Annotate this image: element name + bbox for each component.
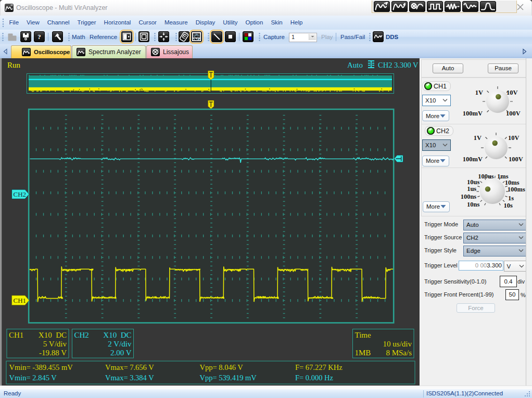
lissajous-tool-icon[interactable] <box>409 1 425 12</box>
ch1-more-button[interactable]: More <box>422 110 449 121</box>
tab-label: Lissajous <box>163 48 189 56</box>
trigger-source-select[interactable]: CH2 <box>463 233 527 243</box>
trigger-level-input[interactable]: 0 003.300 <box>459 261 503 271</box>
digital-tool-icon[interactable] <box>427 1 443 12</box>
menu-item-channel[interactable]: Channel <box>43 16 73 30</box>
run-status: Run <box>7 61 21 69</box>
trigger-sensitivity-label: Trigger Sensitivity(0-1.0) <box>424 278 486 285</box>
timebase-more-button[interactable]: More <box>423 201 450 212</box>
resize-grip-icon[interactable] <box>525 391 531 397</box>
panel-toggle-icon[interactable] <box>121 31 132 42</box>
toolbar-grip <box>175 32 178 42</box>
menu-item-trigger[interactable]: Trigger <box>73 16 100 30</box>
toolbar-separator <box>336 33 336 41</box>
ch2-name: CH2 <box>74 331 89 339</box>
capture-dropdown-icon[interactable] <box>309 34 316 40</box>
open-file-icon[interactable] <box>7 31 18 42</box>
ch1-measure-3: F= 67.227 KHz <box>295 363 343 371</box>
menu-item-skin[interactable]: Skin <box>267 16 286 30</box>
dot-draw-icon[interactable] <box>225 31 236 42</box>
toolbar-grip <box>258 32 261 42</box>
knob-indicator-dot <box>496 94 501 99</box>
status-message: Ready <box>4 390 21 396</box>
knob-scale-label: 100us <box>478 173 494 181</box>
ch1-scale: 5 V/div <box>43 340 67 348</box>
passfail-button[interactable]: Pass/Fail <box>340 30 365 44</box>
close-icon[interactable] <box>516 3 525 11</box>
menu-item-file[interactable]: File <box>5 16 23 30</box>
math-button[interactable]: Math <box>72 30 85 44</box>
channel-led-icon <box>424 82 432 90</box>
menu-item-help[interactable]: Help <box>286 16 307 30</box>
right-gutter <box>526 58 532 389</box>
trigger-style-select[interactable]: Edge <box>463 246 527 256</box>
ch1-probe-select[interactable]: X10 <box>422 95 451 106</box>
ch2-more-button[interactable]: More <box>422 156 449 166</box>
ch2-probe-select[interactable]: X10 <box>422 139 451 151</box>
oscilloscope-tool-icon[interactable] <box>374 1 390 12</box>
menu-item-view[interactable]: View <box>23 16 44 30</box>
trigger-front-label: Trigger Front Percent(1-99) <box>424 291 493 298</box>
menu-item-option[interactable]: Option <box>242 16 267 30</box>
line-draw-icon[interactable] <box>211 31 222 42</box>
save-icon[interactable] <box>20 31 31 42</box>
force-button[interactable]: Force <box>457 303 495 313</box>
menu-item-horizontal[interactable]: Horizontal <box>100 16 135 30</box>
knob-scale-label: 1us <box>467 185 476 193</box>
ch1-flag-label: CH1 <box>14 297 27 304</box>
oscilloscope-display[interactable]: RunAutoCH2 3.300 VCH2CH1CH1X10 DC5 V/div… <box>3 58 420 386</box>
help-icon[interactable]: ? <box>34 31 45 42</box>
more-label: More <box>426 158 439 164</box>
sweep-tool-icon[interactable] <box>462 1 478 12</box>
burst-tool-icon[interactable] <box>445 1 461 12</box>
trigger-level-unit-select[interactable]: V <box>504 261 527 272</box>
waveform-screen-icon[interactable] <box>191 31 202 42</box>
pause-button[interactable]: Pause <box>488 63 518 73</box>
color-settings-icon[interactable] <box>243 31 254 42</box>
menu-item-display[interactable]: Display <box>192 16 219 30</box>
tab-scroll-left-icon[interactable] <box>3 48 8 55</box>
filter-tool-icon[interactable] <box>480 1 496 12</box>
ch1-led-box: CH1 <box>422 81 451 91</box>
tab-spectrum-analyzer[interactable]: Spectrum Analyzer <box>72 45 146 58</box>
chevron-down-icon <box>519 265 524 268</box>
menu-item-utility[interactable]: Utility <box>219 16 242 30</box>
ch1-name: CH1 <box>9 331 23 339</box>
status-bar: Ready ISDS205A(1.1)(2)Connected <box>0 389 532 398</box>
auto-button[interactable]: Auto <box>433 63 463 73</box>
trigger-mode-select[interactable]: Auto <box>463 220 527 230</box>
trigger-level-label: Trigger Level <box>424 262 458 268</box>
spectrum-tool-icon[interactable] <box>391 1 408 12</box>
trigger-front-input[interactable]: 50 <box>505 289 519 300</box>
menu-item-cursor[interactable]: Cursor <box>135 16 161 30</box>
tab-scroll-right-icon[interactable] <box>522 48 527 55</box>
chevron-down-icon <box>442 99 448 102</box>
control-panel: AutoPauseCH1X10More1V10V100mV100VCH2X10M… <box>420 58 527 386</box>
trigger-sensitivity-input[interactable]: 0.4 <box>500 276 517 287</box>
capture-label: Capture <box>263 30 285 44</box>
play-button[interactable]: Play <box>321 30 333 44</box>
toolbar-separator <box>239 33 239 41</box>
chevron-down-icon <box>442 144 448 147</box>
app-logo-icon <box>5 4 14 12</box>
menu-item-measure[interactable]: Measure <box>160 16 192 30</box>
keypad-icon[interactable] <box>179 31 189 42</box>
toolbar-grip <box>207 32 210 42</box>
toolbar-separator <box>135 33 136 41</box>
autoset-icon[interactable] <box>52 31 63 42</box>
ch2-offset: 2.00 V <box>110 349 132 357</box>
knob-scale-label: 100ns <box>461 193 477 201</box>
center-waveform-icon[interactable] <box>158 31 169 42</box>
reference-button[interactable]: Reference <box>90 30 117 44</box>
tab-oscilloscope[interactable]: Oscilloscope <box>11 45 71 58</box>
trigger-level-readout: CH2 3.300 V <box>378 61 419 69</box>
display-settings-icon[interactable] <box>138 31 149 42</box>
knob-scale-label: 100V <box>506 110 521 118</box>
capture-count-select[interactable]: 1 <box>289 33 317 42</box>
tab-lissajous[interactable]: Lissajous <box>146 45 193 58</box>
measurement-box: Vmin= -389.455 mVVmax= 7.656 VVpp= 8.046… <box>6 361 415 384</box>
ch2-measure-1: Vmax= 3.384 V <box>105 374 154 382</box>
ch1-measure-0: Vmin= -389.455 mV <box>9 363 73 371</box>
time-scale: 10 us/div <box>383 340 412 348</box>
dds-icon[interactable] <box>373 31 384 42</box>
